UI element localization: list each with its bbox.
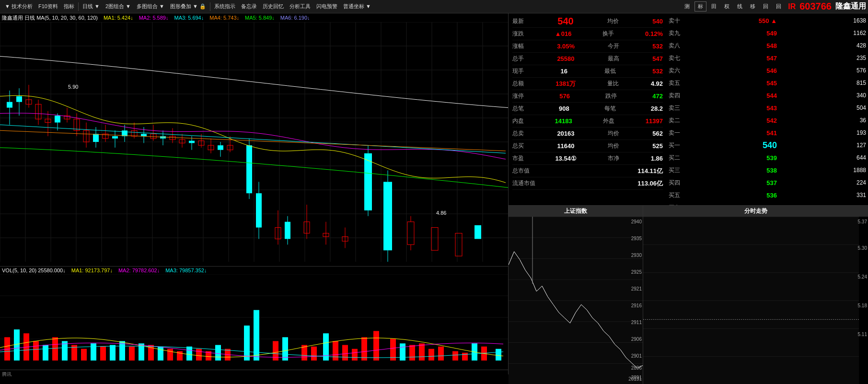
main-layout: 隆鑫通用 日线 MA(5, 10, 20, 30, 60, 120) MA1: …	[0, 13, 868, 374]
volume-chart[interactable]	[0, 274, 508, 370]
bottom-label: 腾讯	[0, 370, 508, 379]
toolbar-btn-analysis[interactable]: 分析工具	[287, 2, 313, 11]
toolbar-btn-overlay[interactable]: 图形叠加 ▼ 🔒	[167, 2, 209, 11]
sell-3: 卖三 543 504	[669, 102, 866, 114]
stat-zuixin: 最新 540 均价 540	[512, 15, 663, 28]
sell-6: 卖六 546 576	[669, 64, 866, 77]
toolbar-btn-grid[interactable]: 田	[708, 2, 719, 11]
toolbar-btn-f10[interactable]: F10资料	[35, 2, 61, 11]
toolbar-btn-tech[interactable]: ▼ 技术分析	[2, 2, 35, 11]
toolbar-btn-move[interactable]: 移	[747, 2, 758, 11]
toolbar-btn-history[interactable]: 历史回忆	[260, 2, 287, 11]
stat-zhangfu: 涨幅 3.05% 今开 532	[512, 40, 663, 53]
sell-8: 卖八 548 428	[669, 39, 866, 52]
sell-7: 卖七 547 235	[669, 52, 866, 64]
toolbar-btn-sysind[interactable]: 系统指示	[211, 2, 238, 11]
toolbar-btn-lightning[interactable]: 闪电预警	[313, 2, 340, 11]
stat-zonge: 总额 1381万 量比 4.92	[512, 78, 663, 90]
stat-zongshizhi: 总市值 114.11亿	[512, 165, 663, 177]
right-panel: 最新 540 均价 540 涨跌 ▲016 换手 0.12% 涨幅 3.05% …	[508, 13, 868, 374]
dieting-label: 跌停	[605, 92, 617, 100]
order-book: 卖十 550 ▲ 1638 卖九 549 1162 卖八 548 428	[667, 13, 868, 205]
jinkao-label: 今开	[608, 42, 619, 50]
neipan-label: 内盘	[512, 117, 524, 125]
toolbar-btn-rights[interactable]: 权	[721, 2, 732, 11]
vol-ma1: MA1: 92173.797↓	[71, 268, 113, 273]
xianshou-val: 16	[561, 68, 567, 75]
jungjia2-val: 562	[652, 130, 663, 137]
stat-zongbi: 总笔 908 每笔 28.2	[512, 103, 663, 115]
zongbi-label: 总笔	[512, 105, 524, 113]
pe-val: 13.54①	[555, 155, 577, 162]
jungjia2-label: 均价	[608, 129, 619, 138]
liangbi-val: 4.92	[651, 80, 663, 87]
toolbar-btn-coord[interactable]: 普通坐标 ▼	[340, 2, 374, 11]
mebi-label: 每笔	[604, 105, 616, 113]
zhangjie-val: ▲016	[555, 30, 572, 37]
neipan-val: 14183	[555, 117, 572, 125]
ma1-label: MA1: 5.424↓	[104, 15, 133, 21]
sell-5: 卖五 545 815	[669, 77, 866, 89]
vol-ma2: MA2: 79782.602↓	[118, 268, 160, 273]
buy-4: 买四 537 224	[669, 176, 866, 189]
ma2-val: 5.589	[152, 15, 166, 21]
ma3-label: MA3: 5.694↓	[174, 15, 204, 21]
stat-zongmai2: 总买 11640 均价 525	[512, 140, 663, 152]
sell-1: 卖一 541 193	[669, 127, 866, 139]
toolbar-btn-period[interactable]: 日线 ▼	[80, 2, 103, 11]
stat-zongmai: 总卖 20163 均价 562	[512, 128, 663, 140]
toolbar-btn-measure[interactable]: 测	[682, 2, 693, 11]
liutong-label: 流通市值	[512, 179, 535, 187]
zhangtting-val: 576	[559, 93, 570, 100]
intraday-label: 分时走势	[744, 208, 767, 214]
ir-badge: IR	[786, 2, 798, 11]
stat-zhangjie: 涨跌 ▲016 换手 0.12%	[512, 28, 663, 40]
toolbar-btn-multicombo[interactable]: 多图组合 ▼	[134, 2, 167, 11]
stock-code-title: 603766	[799, 1, 832, 12]
ma-stock-label: 隆鑫通用 日线 MA(5, 10, 20, 30, 60, 120)	[2, 14, 98, 22]
ma4-val: 5.743	[223, 15, 237, 21]
dieting-val: 472	[652, 93, 663, 100]
zuigao-label: 最高	[608, 55, 619, 63]
toolbar-btn-index[interactable]: 指标	[61, 2, 77, 11]
jungjia3-val: 525	[652, 142, 663, 150]
left-stats: 最新 540 均价 540 涨跌 ▲016 换手 0.12% 涨幅 3.05% …	[509, 13, 667, 205]
ma6-val: 6.190	[294, 15, 308, 21]
stat-pe: 市盈 13.54① 市净 1.86	[512, 152, 663, 165]
vol-label: VOL(5, 10, 20) 25580.000↓	[2, 268, 66, 273]
stock-info-panel: 最新 540 均价 540 涨跌 ▲016 换手 0.12% 涨幅 3.05% …	[509, 13, 868, 205]
zhangtting-label: 涨停	[512, 92, 524, 100]
ma6-label: MA6: 6.190↓	[280, 15, 310, 21]
sell-orders: 卖十 550 ▲ 1638 卖九 549 1162 卖八 548 428	[669, 14, 866, 139]
zongmai2-val: 11640	[557, 142, 574, 150]
liutong-val: 113.06亿	[637, 179, 663, 188]
zuigao-val: 547	[652, 55, 663, 62]
ma-stock-name: 隆鑫通用 日线	[2, 15, 35, 21]
zongmai-label: 总卖	[512, 129, 524, 138]
price-chart[interactable]	[0, 22, 508, 267]
vol-val: 25580.000	[38, 268, 63, 273]
zhangfu-label: 涨幅	[512, 42, 524, 50]
sep1	[78, 2, 79, 11]
toolbar-btn-mark[interactable]: 标	[694, 1, 706, 12]
toolbar-btn-back1[interactable]: 回	[760, 2, 771, 11]
zongmai2-label: 总买	[512, 142, 524, 150]
toolbar-btn-2combo[interactable]: 2图组合 ▼	[103, 2, 134, 11]
pe-label: 市盈	[512, 154, 524, 163]
jungjia-val: 540	[652, 18, 663, 25]
zongshou-label: 总手	[512, 55, 524, 63]
waipan-label: 外盘	[603, 117, 614, 125]
buy-5: 买五 536 331	[669, 189, 866, 201]
toolbar-btn-back2[interactable]: 回	[773, 2, 784, 11]
jinkao-val: 532	[652, 43, 663, 50]
ma2-label: MA2: 5.589↓	[139, 15, 169, 21]
zongshizhi-val: 114.11亿	[637, 167, 663, 175]
sell-9: 卖九 549 1162	[669, 27, 866, 39]
stat-zhangtting: 涨停 576 跌停 472	[512, 90, 663, 103]
toolbar-btn-line[interactable]: 线	[734, 2, 745, 11]
zuixin-val: 540	[557, 16, 573, 27]
ma5-label: MA5: 5.849↓	[245, 15, 275, 21]
toolbar-btn-note[interactable]: 备忘录	[238, 2, 260, 11]
zuixin-label: 最新	[512, 17, 524, 25]
ma-bar: 隆鑫通用 日线 MA(5, 10, 20, 30, 60, 120) MA1: …	[0, 13, 508, 22]
